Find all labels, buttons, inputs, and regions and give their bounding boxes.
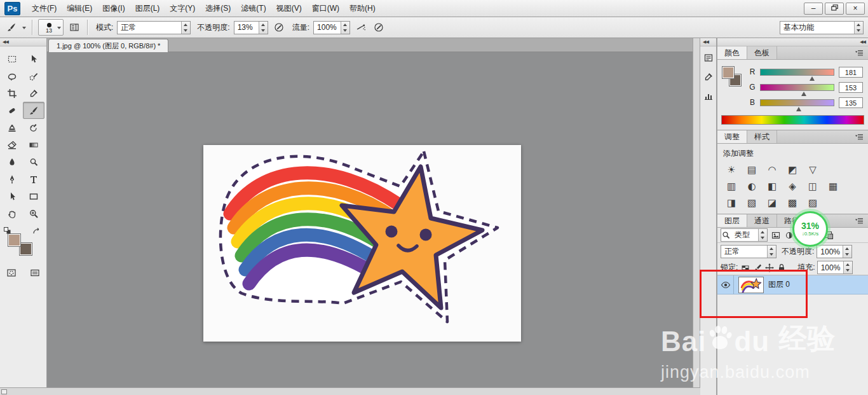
- layer-blend-mode-dropdown[interactable]: 正常: [721, 245, 776, 258]
- menu-item[interactable]: 文字(Y): [165, 0, 200, 17]
- background-color-swatch[interactable]: [19, 242, 32, 256]
- dropdown-arrows-icon[interactable]: [843, 246, 851, 258]
- menu-item[interactable]: 视图(V): [271, 0, 307, 17]
- dropdown-arrows-icon[interactable]: [259, 22, 268, 34]
- quick-selection-tool[interactable]: [23, 67, 44, 85]
- menu-item[interactable]: 文件(F): [27, 0, 62, 17]
- menu-item[interactable]: 图像(I): [97, 0, 130, 17]
- brush-tool[interactable]: [23, 102, 44, 119]
- brightness-contrast-icon[interactable]: ☀: [722, 162, 740, 177]
- dropdown-arrows-icon[interactable]: [854, 22, 863, 34]
- channel-slider[interactable]: [760, 69, 834, 76]
- info-panel-icon[interactable]: [702, 70, 715, 84]
- flow-dropdown[interactable]: 100%: [313, 21, 350, 34]
- hue-saturation-icon[interactable]: ▥: [722, 179, 740, 194]
- screen-mode-button[interactable]: [24, 264, 46, 281]
- history-brush-tool[interactable]: [23, 119, 44, 136]
- levels-icon[interactable]: ▤: [743, 162, 761, 177]
- dodge-tool[interactable]: [23, 153, 44, 170]
- rectangular-marquee-tool[interactable]: [1, 50, 23, 67]
- hand-tool[interactable]: [1, 205, 23, 222]
- blend-mode-dropdown[interactable]: 正常: [117, 21, 191, 34]
- tab-channels[interactable]: 通道: [747, 214, 777, 227]
- minimize-button[interactable]: –: [804, 3, 823, 15]
- exposure-icon[interactable]: ◩: [783, 162, 801, 177]
- restore-button[interactable]: [825, 3, 844, 15]
- resize-grip-icon[interactable]: [1, 389, 7, 394]
- channel-slider[interactable]: [760, 99, 834, 106]
- brush-tool-icon[interactable]: [4, 20, 18, 34]
- menu-item[interactable]: 滤镜(T): [236, 0, 271, 17]
- shape-tool[interactable]: [23, 188, 44, 205]
- menu-item[interactable]: 窗口(W): [307, 0, 344, 17]
- color-balance-icon[interactable]: ◐: [743, 179, 761, 194]
- channel-slider[interactable]: [760, 84, 834, 91]
- invert-icon[interactable]: ◨: [722, 195, 740, 211]
- airbrush-icon[interactable]: [354, 20, 368, 34]
- dropdown-arrows-icon[interactable]: [767, 246, 776, 258]
- type-tool[interactable]: [23, 170, 44, 188]
- channel-slider-handle[interactable]: [801, 89, 806, 96]
- channel-value[interactable]: 135: [839, 97, 863, 108]
- layer-filter-dropdown[interactable]: 类型: [721, 228, 768, 242]
- menu-item[interactable]: 选择(S): [200, 0, 236, 17]
- tab-styles[interactable]: 样式: [747, 130, 777, 143]
- pen-tool[interactable]: [1, 170, 23, 188]
- eraser-tool[interactable]: [1, 136, 23, 153]
- dropdown-arrows-icon[interactable]: [758, 229, 767, 241]
- histogram-panel-icon[interactable]: [702, 89, 715, 103]
- lasso-tool[interactable]: [1, 67, 23, 85]
- gradient-map-icon[interactable]: ▩: [783, 195, 801, 211]
- document-tab[interactable]: 1.jpg @ 100% (图层 0, RGB/8#) *: [48, 39, 168, 52]
- blur-tool[interactable]: [1, 153, 23, 170]
- foreground-color-swatch[interactable]: [722, 66, 735, 79]
- brush-preset-picker[interactable]: 13: [38, 19, 64, 36]
- swap-colors-icon[interactable]: [31, 226, 41, 238]
- quick-mask-button[interactable]: [1, 264, 22, 281]
- eyedropper-tool[interactable]: [23, 85, 44, 102]
- dropdown-arrows-icon[interactable]: [843, 261, 852, 274]
- channel-value[interactable]: 181: [839, 67, 863, 78]
- photo-filter-icon[interactable]: ◈: [783, 179, 801, 194]
- clone-stamp-tool[interactable]: [1, 119, 23, 136]
- open-image[interactable]: [203, 145, 521, 342]
- move-tool[interactable]: [23, 50, 44, 67]
- vibrance-icon[interactable]: ▽: [804, 162, 822, 177]
- dock-collapse-bar[interactable]: ◀◀: [717, 38, 868, 46]
- path-selection-tool[interactable]: [1, 188, 23, 205]
- tools-panel-collapse-bar[interactable]: ◀◀: [0, 38, 46, 46]
- tab-swatches[interactable]: 色板: [747, 46, 777, 59]
- threshold-icon[interactable]: ◪: [763, 195, 781, 211]
- menu-item[interactable]: 图层(L): [130, 0, 165, 17]
- toggle-brush-panel-icon[interactable]: [67, 20, 81, 34]
- black-white-icon[interactable]: ◧: [763, 179, 781, 194]
- menu-item[interactable]: 编辑(E): [62, 0, 97, 17]
- icon-dock-collapse-bar[interactable]: ◀◀: [700, 38, 716, 46]
- panel-menu-icon[interactable]: [855, 214, 868, 227]
- tool-preset-arrow-icon[interactable]: [22, 27, 26, 31]
- close-button[interactable]: ×: [846, 3, 865, 15]
- selective-color-icon[interactable]: ▨: [804, 195, 822, 211]
- spot-healing-brush-tool[interactable]: [1, 102, 23, 119]
- pressure-opacity-icon[interactable]: [272, 20, 286, 34]
- foreground-color-swatch[interactable]: [8, 233, 21, 247]
- dropdown-arrows-icon[interactable]: [181, 22, 190, 34]
- workspace-switcher[interactable]: 基本功能: [780, 21, 864, 34]
- channel-mixer-icon[interactable]: ◫: [804, 179, 822, 194]
- panel-menu-icon[interactable]: [855, 130, 868, 143]
- tab-adjustments[interactable]: 调整: [717, 130, 747, 143]
- tab-layers[interactable]: 图层: [717, 214, 747, 227]
- gradient-tool[interactable]: [23, 136, 44, 153]
- vertical-scrollbar[interactable]: [693, 38, 700, 387]
- menu-item[interactable]: 帮助(H): [344, 0, 381, 17]
- layer-fill-dropdown[interactable]: 100%: [817, 261, 853, 274]
- color-lookup-icon[interactable]: ▦: [824, 179, 842, 194]
- color-spectrum-ramp[interactable]: [721, 115, 864, 125]
- panel-menu-icon[interactable]: [855, 46, 868, 59]
- canvas[interactable]: [47, 52, 693, 387]
- zoom-tool[interactable]: [23, 205, 44, 222]
- channel-value[interactable]: 153: [839, 82, 863, 93]
- channel-slider-handle[interactable]: [796, 104, 801, 111]
- channel-slider-handle[interactable]: [810, 74, 815, 81]
- crop-tool[interactable]: [1, 85, 23, 102]
